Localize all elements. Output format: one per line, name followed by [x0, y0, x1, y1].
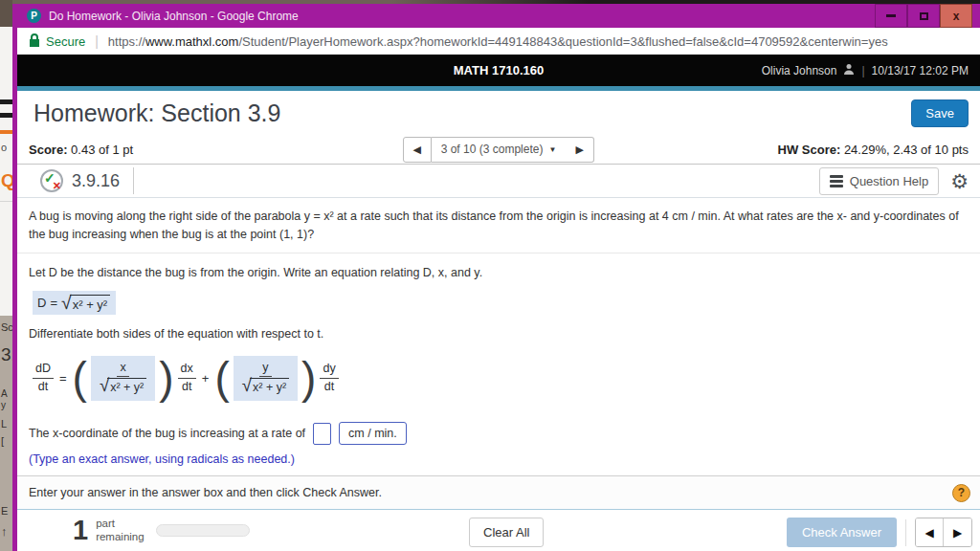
background-fragment: 3.	[1, 344, 12, 365]
page-header: Homework: Section 3.9 Save	[17, 91, 980, 135]
instruction-bar: Enter your answer in the answer box and …	[17, 475, 980, 510]
background-fragment	[0, 99, 12, 104]
next-question-button[interactable]: ▶	[566, 137, 594, 163]
check-answer-button[interactable]: Check Answer	[787, 518, 897, 547]
footer-bar: 1 part remaining Clear All Check Answer …	[17, 510, 980, 551]
dD-dt-fraction: dD dt	[33, 362, 54, 394]
background-fragment: o	[1, 142, 7, 153]
term2-fraction: y √ x² + y²	[242, 361, 289, 396]
background-fragment: Q	[1, 170, 12, 191]
problem-statement: A bug is moving along the right side of …	[29, 208, 963, 245]
previous-question-button[interactable]: ◀	[403, 137, 432, 163]
background-fragment: ↑	[1, 524, 8, 539]
radicand: x² + y²	[107, 378, 146, 396]
secure-label: Secure	[46, 34, 85, 49]
divider	[905, 519, 906, 546]
url-path: /Student/PlayerHomework.aspx?homeworkId=…	[238, 34, 887, 49]
address-bar[interactable]: Secure | https://www.mathxl.com/Student/…	[17, 28, 980, 55]
window-controls: x	[875, 4, 972, 28]
step1-text: Let D be the distance the bug is from th…	[29, 266, 963, 279]
question-help-button[interactable]: Question Help	[819, 167, 939, 195]
score-text: Score: 0.43 of 1 pt	[29, 143, 403, 157]
help-icon[interactable]: ?	[952, 484, 970, 502]
equation-derivative: dD dt = ( x √ x² + y² ) dx	[33, 356, 963, 401]
user-session-info: Olivia Johnson | 10/13/17 12:02 PM	[762, 63, 969, 77]
pearson-favicon: P	[27, 9, 41, 23]
progress-bar	[156, 524, 250, 537]
answer-input[interactable]	[313, 423, 331, 445]
date-time: 10/13/17 12:02 PM	[872, 64, 969, 77]
hw-score-value: 24.29%, 2.43 of 10 pts	[844, 143, 969, 157]
question-nav-group: ◀ ▶	[915, 518, 972, 547]
url-domain: www.mathxl.com	[145, 34, 239, 49]
dy-dt-fraction: dy dt	[320, 362, 338, 394]
equals-sign: =	[46, 296, 61, 310]
question-help-label: Question Help	[850, 174, 928, 188]
answer-row: The x-coordinate of the bug is increasin…	[29, 422, 963, 445]
window-title: Do Homework - Olivia Johnson - Google Ch…	[49, 10, 299, 23]
divider	[133, 167, 134, 194]
dx-dt-fraction: dx dt	[178, 362, 196, 394]
background-fragment: E	[1, 505, 8, 517]
answered-term-box[interactable]: y √ x² + y²	[234, 356, 298, 401]
background-fragment	[0, 201, 12, 202]
parts-remaining-count: 1	[73, 517, 88, 544]
plus-sign: +	[200, 371, 212, 386]
minimize-button[interactable]	[875, 4, 907, 28]
background-fragment	[0, 113, 12, 118]
window-titlebar[interactable]: P Do Homework - Olivia Johnson - Google …	[17, 4, 980, 28]
radicand: x² + y²	[70, 295, 110, 312]
maximize-icon	[920, 12, 928, 20]
divider	[17, 253, 980, 253]
step2-text: Differentiate both sides of the equation…	[29, 327, 963, 341]
clear-all-button[interactable]: Clear All	[469, 518, 544, 547]
question-select-dropdown[interactable]: 3 of 10 (3 complete) ▼	[432, 137, 567, 163]
equation-relation: D = √ x² + y²	[33, 291, 963, 315]
answered-equation-box[interactable]: D = √ x² + y²	[33, 291, 116, 315]
lock-icon	[29, 33, 40, 50]
parts-remaining-label: part remaining	[96, 518, 145, 542]
close-paren: )	[159, 357, 173, 399]
previous-question-button[interactable]: ◀	[916, 518, 944, 546]
square-root: √ x² + y²	[100, 378, 146, 396]
x-icon: ✕	[53, 180, 61, 192]
background-fragment: L	[1, 418, 7, 430]
answer-prompt: The x-coordinate of the bug is increasin…	[29, 427, 305, 440]
maximize-button[interactable]	[907, 4, 940, 28]
square-root: √ x² + y²	[242, 378, 289, 396]
close-button[interactable]: x	[940, 4, 972, 28]
list-icon	[830, 175, 843, 187]
minimize-icon	[886, 14, 896, 17]
background-fragment	[0, 0, 12, 27]
term1-fraction: x √ x² + y²	[100, 361, 146, 396]
footer-actions: Check Answer ◀ ▶	[787, 518, 972, 547]
header-pipe: |	[861, 64, 864, 77]
question-bar: ✓ ✕ 3.9.16 Question Help ⚙	[17, 165, 980, 198]
user-icon	[843, 63, 855, 77]
page-title: Homework: Section 3.9	[33, 99, 280, 127]
background-fragment: [	[1, 435, 4, 447]
next-question-button[interactable]: ▶	[944, 518, 971, 546]
answered-term-box[interactable]: x √ x² + y²	[91, 356, 155, 401]
answer-unit-box: cm / min.	[339, 422, 407, 445]
background-fragment	[0, 130, 12, 134]
score-label: Score:	[29, 143, 67, 157]
question-content: A bug is moving along the right side of …	[17, 198, 980, 475]
url-scheme: https://	[108, 34, 145, 49]
question-position-label: 3 of 10 (3 complete)	[441, 143, 544, 156]
course-header: MATH 1710.160 Olivia Johnson | 10/13/17 …	[17, 55, 980, 86]
hw-score-label: HW Score:	[778, 143, 841, 157]
score-bar: Score: 0.43 of 1 pt ◀ 3 of 10 (3 complet…	[17, 135, 980, 165]
background-fragment: Sc	[1, 321, 12, 333]
score-value: 0.43 of 1 pt	[71, 143, 133, 157]
gear-icon[interactable]: ⚙	[950, 171, 969, 191]
open-paren: (	[73, 357, 87, 399]
save-button[interactable]: Save	[911, 99, 969, 127]
equation-lhs: D	[37, 296, 46, 310]
instruction-text: Enter your answer in the answer box and …	[29, 486, 382, 499]
chevron-down-icon: ▼	[548, 145, 556, 154]
user-name[interactable]: Olivia Johnson	[762, 64, 837, 77]
background-fragment: A	[1, 388, 8, 399]
course-title: MATH 1710.160	[454, 63, 544, 77]
browser-window: P Do Homework - Olivia Johnson - Google …	[17, 4, 980, 551]
